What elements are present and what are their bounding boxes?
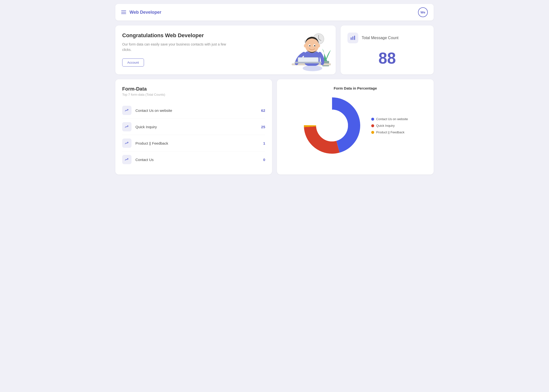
svg-rect-18 [352, 36, 353, 40]
svg-point-10 [305, 38, 319, 53]
form-item-name: Contact Us on website [135, 108, 257, 113]
trending-up-icon [125, 108, 129, 112]
donut-chart: 70.5% 28.4% [303, 96, 361, 155]
form-item-count: 25 [261, 125, 265, 129]
svg-point-23 [316, 110, 348, 141]
svg-point-5 [303, 65, 322, 71]
form-item: Product || Feedback 1 [122, 135, 265, 151]
svg-text:28.4%: 28.4% [314, 122, 322, 125]
form-data-subtitle: Top 7 form-data (Total Counts) [122, 93, 265, 96]
form-item-name: Product || Feedback [135, 141, 259, 145]
form-item: Contact Us 0 [122, 151, 265, 168]
form-item-icon [122, 106, 131, 115]
form-item-name: Quick Inquiry [135, 125, 257, 129]
header-left: Web Developer [121, 10, 161, 15]
legend-label: Quick Inquiry [376, 124, 395, 127]
svg-rect-9 [298, 58, 318, 62]
account-button[interactable]: Account [122, 58, 144, 67]
svg-point-14 [314, 45, 315, 46]
form-item-icon [122, 155, 131, 164]
form-item-count: 1 [263, 141, 265, 145]
legend-item: Quick Inquiry [371, 124, 408, 127]
trending-up-icon [125, 141, 129, 145]
form-data-title: Form-Data [122, 86, 265, 92]
svg-rect-17 [351, 37, 352, 40]
svg-text:70.5%: 70.5% [335, 135, 343, 138]
legend-item: Product || Feedback [371, 130, 408, 134]
welcome-content: Congratulations Web Developer Our form d… [122, 32, 236, 67]
trending-up-icon [125, 125, 129, 129]
welcome-illustration [277, 25, 331, 74]
stats-count: 88 [347, 49, 427, 67]
welcome-card: Congratulations Web Developer Our form d… [115, 25, 336, 74]
form-items-list: Contact Us on website 62 Quick Inquiry 2… [122, 102, 265, 168]
donut-svg: 70.5% 28.4% [303, 96, 361, 155]
form-item: Quick Inquiry 25 [122, 119, 265, 135]
header-title: Web Developer [130, 10, 161, 15]
legend-label: Contact Us on website [376, 117, 408, 121]
stats-label: Total Message Count [362, 36, 398, 40]
person-illustration-svg [277, 25, 331, 74]
form-item-icon [122, 122, 131, 131]
chart-area: 70.5% 28.4% Contact Us on website Quick … [284, 96, 427, 155]
chart-legend: Contact Us on website Quick Inquiry Prod… [371, 117, 408, 134]
form-item-count: 0 [263, 158, 265, 162]
svg-point-13 [309, 45, 310, 46]
legend-item: Contact Us on website [371, 117, 408, 121]
top-row: Congratulations Web Developer Our form d… [115, 25, 434, 74]
chart-card: Form Data in Percentage 70.5% [277, 79, 434, 174]
stats-card: Total Message Count 88 [341, 25, 434, 74]
chart-title: Form Data in Percentage [284, 86, 427, 90]
form-item-name: Contact Us [135, 158, 259, 162]
svg-rect-19 [354, 36, 355, 40]
header: Web Developer We [115, 4, 434, 21]
page-wrapper: Web Developer We Congratulations Web Dev… [115, 4, 434, 174]
bottom-row: Form-Data Top 7 form-data (Total Counts)… [115, 79, 434, 174]
form-data-card: Form-Data Top 7 form-data (Total Counts)… [115, 79, 272, 174]
trending-up-icon [125, 158, 129, 161]
welcome-title: Congratulations Web Developer [122, 32, 236, 39]
legend-dot [371, 118, 374, 121]
form-item-count: 62 [261, 108, 265, 113]
stats-header: Total Message Count [347, 33, 427, 43]
svg-point-15 [304, 44, 306, 47]
bar-chart-icon [350, 35, 356, 41]
legend-dot [371, 131, 374, 134]
stats-icon-wrapper [347, 33, 358, 43]
welcome-subtitle: Our form data can easily save your busin… [122, 42, 236, 53]
svg-point-16 [318, 44, 320, 47]
legend-dot [371, 124, 374, 127]
hamburger-menu[interactable] [121, 11, 126, 14]
form-item: Contact Us on website 62 [122, 102, 265, 119]
legend-label: Product || Feedback [376, 130, 405, 134]
form-item-icon [122, 138, 131, 148]
avatar[interactable]: We [418, 7, 428, 17]
